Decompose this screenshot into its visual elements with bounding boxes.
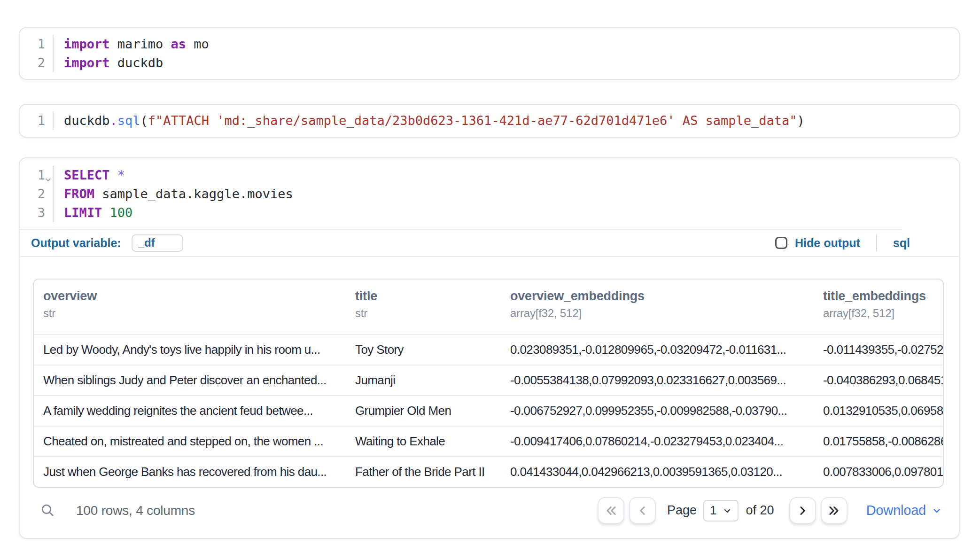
code-text: import marimo as mo — [54, 35, 209, 54]
code-line[interactable]: 1import marimo as mo — [20, 35, 959, 54]
chevron-down-icon — [932, 506, 942, 516]
code-editor[interactable]: 1duckdb.sql(f"ATTACH 'md:_share/sample_d… — [20, 111, 959, 130]
next-page-button[interactable] — [789, 497, 816, 524]
line-number: 2 — [20, 54, 54, 72]
column-type: str — [43, 307, 346, 320]
line-number: 1 — [20, 166, 54, 185]
table-cell: A family wedding reignites the ancient f… — [34, 404, 346, 418]
column-type: array[f32, 512] — [510, 307, 814, 320]
code-line[interactable]: 1SELECT * — [20, 166, 959, 185]
dataframe-table: overviewstrtitlestroverview_embeddingsar… — [33, 279, 944, 488]
output-variable-label: Output variable: — [31, 236, 121, 250]
table-cell: When siblings Judy and Peter discover an… — [34, 373, 346, 388]
column-type: str — [355, 307, 501, 320]
page-label: Page — [667, 503, 697, 518]
page-select[interactable]: 1 — [703, 500, 738, 521]
table-cell: -0.009417406,0.07860214,-0.023279453,0.0… — [501, 434, 814, 449]
table-cell: 0.023089351,-0.012809965,-0.03209472,-0.… — [501, 342, 814, 357]
table-cell: Father of the Bride Part II — [346, 465, 501, 479]
line-number: 2 — [20, 185, 54, 203]
table-row: Just when George Banks has recovered fro… — [34, 456, 943, 487]
first-page-button[interactable] — [598, 497, 624, 524]
chevrons-right-icon — [827, 504, 841, 518]
table-cell: Led by Woody, Andy's toys live happily i… — [34, 342, 346, 357]
code-cell-imports: 1import marimo as mo2import duckdb — [19, 27, 960, 80]
cell-output-area: overviewstrtitlestroverview_embeddingsar… — [20, 257, 959, 538]
column-header-overview_embeddings: overview_embeddingsarray[f32, 512] — [501, 289, 814, 320]
search-icon[interactable] — [39, 503, 55, 519]
page-total-label: of 20 — [746, 503, 774, 518]
divider — [876, 234, 877, 251]
hide-output-checkbox[interactable] — [775, 237, 787, 249]
table-footer: 100 rows, 4 columns Page 1 — [33, 497, 942, 524]
column-name: title_embeddings — [823, 289, 943, 303]
code-line[interactable]: 1duckdb.sql(f"ATTACH 'md:_share/sample_d… — [20, 111, 959, 130]
chevron-right-icon — [795, 504, 809, 518]
code-text: FROM sample_data.kaggle.movies — [54, 185, 293, 203]
download-button[interactable]: Download — [866, 503, 942, 518]
chevron-left-icon — [636, 504, 650, 518]
code-line[interactable]: 2import duckdb — [20, 54, 959, 72]
line-number: 1 — [20, 35, 54, 54]
column-name: title — [355, 289, 501, 303]
table-cell: 0.01755858,-0.00862866 — [814, 434, 943, 449]
column-header-overview: overviewstr — [34, 289, 346, 320]
code-text: import duckdb — [54, 54, 163, 72]
table-body: Led by Woody, Andy's toys live happily i… — [34, 334, 943, 487]
table-cell: Grumpier Old Men — [346, 404, 501, 418]
output-variable-row: Output variable: Hide output sql — [20, 230, 959, 256]
page-select-value: 1 — [710, 503, 716, 518]
table-cell: Waiting to Exhale — [346, 434, 501, 449]
chevrons-left-icon — [604, 504, 618, 518]
table-cell: 0.007833006,0.0978012 — [814, 465, 943, 479]
column-header-title_embeddings: title_embeddingsarray[f32, 512] — [814, 289, 943, 320]
line-number: 1 — [20, 111, 54, 130]
table-cell: Cheated on, mistreated and stepped on, t… — [34, 434, 346, 449]
code-line[interactable]: 2FROM sample_data.kaggle.movies — [20, 185, 959, 203]
code-text: SELECT * — [54, 166, 125, 185]
output-variable-input[interactable] — [132, 234, 183, 252]
sql-cell: 1SELECT *2FROM sample_data.kaggle.movies… — [19, 157, 960, 539]
table-cell: Toy Story — [346, 342, 501, 357]
table-cell: Just when George Banks has recovered fro… — [34, 465, 346, 479]
table-row: Led by Woody, Andy's toys live happily i… — [34, 334, 943, 365]
table-cell: -0.006752927,0.099952355,-0.009982588,-0… — [501, 404, 814, 418]
column-name: overview_embeddings — [510, 289, 814, 303]
marimo-notebook: 1import marimo as mo2import duckdb 1duck… — [0, 27, 980, 539]
table-cell: -0.040386293,0.068451 — [814, 373, 943, 388]
table-row: Cheated on, mistreated and stepped on, t… — [34, 426, 943, 456]
table-cell: 0.041433044,0.042966213,0.0039591365,0.0… — [501, 465, 814, 479]
table-row: When siblings Judy and Peter discover an… — [34, 365, 943, 395]
column-type: array[f32, 512] — [823, 307, 943, 320]
language-badge: sql — [893, 236, 910, 250]
hide-output-label[interactable]: Hide output — [795, 236, 860, 250]
table-cell: -0.0055384138,0.07992093,0.023316627,0.0… — [501, 373, 814, 388]
table-header-row: overviewstrtitlestroverview_embeddingsar… — [34, 280, 943, 334]
code-text: duckdb.sql(f"ATTACH 'md:_share/sample_da… — [54, 111, 805, 130]
table-cell: Jumanji — [346, 373, 501, 388]
table-cell: -0.011439355,-0.027525 — [814, 342, 943, 357]
line-number: 3 — [20, 203, 54, 222]
last-page-button[interactable] — [821, 497, 848, 524]
table-row: A family wedding reignites the ancient f… — [34, 395, 943, 426]
code-editor[interactable]: 1SELECT *2FROM sample_data.kaggle.movies… — [20, 166, 959, 222]
row-count-summary: 100 rows, 4 columns — [76, 503, 195, 518]
column-header-title: titlestr — [346, 289, 501, 320]
chevron-down-icon — [723, 506, 732, 515]
column-name: overview — [43, 289, 346, 303]
code-cell-attach: 1duckdb.sql(f"ATTACH 'md:_share/sample_d… — [19, 104, 960, 138]
code-editor[interactable]: 1import marimo as mo2import duckdb — [20, 35, 959, 72]
previous-page-button[interactable] — [629, 497, 656, 524]
code-text: LIMIT 100 — [54, 203, 132, 222]
table-cell: 0.0132910535,0.069582 — [814, 404, 943, 418]
code-line[interactable]: 3LIMIT 100 — [20, 203, 959, 222]
download-label: Download — [866, 503, 926, 518]
